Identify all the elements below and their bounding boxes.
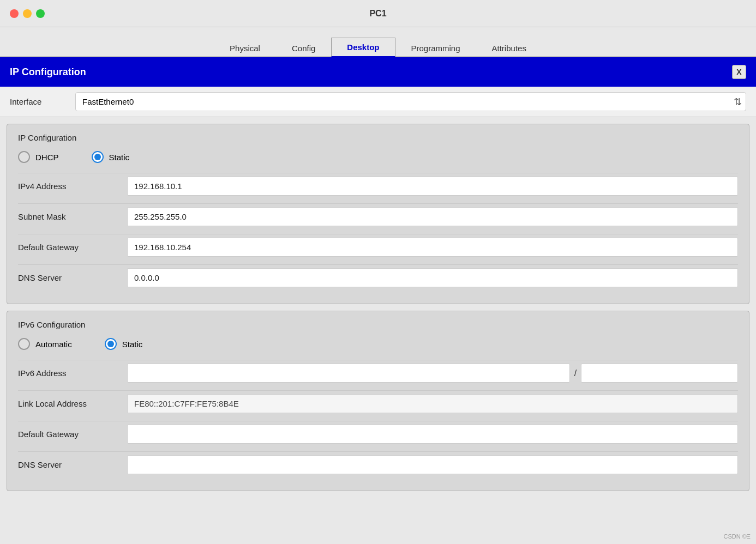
default-gateway-row: Default Gateway [18, 234, 738, 260]
ipv6-dns-server-row: DNS Server [18, 451, 738, 477]
ipv6-addr-row: / [127, 364, 738, 383]
static-radio[interactable] [92, 151, 104, 163]
interface-select[interactable]: FastEthernet0 [75, 92, 746, 111]
tab-bar: Physical Config Desktop Programming Attr… [0, 27, 756, 57]
slash-separator: / [574, 368, 577, 378]
main-content: IP Configuration X Interface FastEtherne… [0, 57, 756, 544]
ipv6-default-gateway-label: Default Gateway [18, 430, 127, 439]
close-button[interactable] [10, 9, 19, 18]
ipv6-prefix-input[interactable] [581, 364, 738, 383]
ipv4-section-title: IP Configuration [18, 133, 738, 142]
dns-server-label: DNS Server [18, 273, 127, 282]
dhcp-radio[interactable] [18, 151, 30, 163]
window-title: PC1 [369, 9, 386, 19]
default-gateway-label: Default Gateway [18, 243, 127, 252]
ipv4-address-row: IPv4 Address [18, 173, 738, 199]
dhcp-option[interactable]: DHCP [18, 151, 59, 163]
ipv4-config-section: IP Configuration DHCP Static IPv4 Addres… [7, 124, 749, 304]
ipv6-dns-server-label: DNS Server [18, 460, 127, 469]
ipv4-address-label: IPv4 Address [18, 182, 127, 191]
ipv6-automatic-option[interactable]: Automatic [18, 338, 72, 350]
tab-desktop[interactable]: Desktop [331, 38, 395, 57]
ipv6-address-row: IPv6 Address / [18, 360, 738, 386]
static-option[interactable]: Static [92, 151, 130, 163]
tab-programming[interactable]: Programming [395, 39, 476, 57]
ipv4-radio-row: DHCP Static [18, 151, 738, 163]
ipv6-dns-server-input[interactable] [127, 455, 738, 474]
ipv6-automatic-radio[interactable] [18, 338, 30, 350]
interface-label: Interface [10, 97, 64, 106]
ip-config-header: IP Configuration X [0, 57, 756, 87]
ipv6-default-gateway-input[interactable] [127, 425, 738, 444]
title-bar: PC1 [0, 0, 756, 27]
minimize-button[interactable] [23, 9, 32, 18]
subnet-mask-label: Subnet Mask [18, 212, 127, 221]
ipv6-address-label: IPv6 Address [18, 368, 127, 378]
tab-physical[interactable]: Physical [214, 39, 276, 57]
ipv6-automatic-label: Automatic [35, 340, 72, 349]
window-controls [10, 9, 45, 18]
ipv6-config-section: IPv6 Configuration Automatic Static IPv6… [7, 311, 749, 491]
ipv6-section-title: IPv6 Configuration [18, 320, 738, 329]
ipv4-address-input[interactable] [127, 177, 738, 196]
interface-row: Interface FastEthernet0 ⇅ [0, 87, 756, 117]
tab-attributes[interactable]: Attributes [476, 39, 542, 57]
ipv6-address-input[interactable] [127, 364, 570, 383]
default-gateway-input[interactable] [127, 238, 738, 257]
link-local-address-label: Link Local Address [18, 399, 127, 408]
link-local-address-input[interactable] [127, 394, 738, 413]
ipv6-static-option[interactable]: Static [105, 338, 143, 350]
ipv6-radio-row: Automatic Static [18, 338, 738, 350]
tab-config[interactable]: Config [276, 39, 331, 57]
subnet-mask-input[interactable] [127, 207, 738, 226]
ipv6-static-radio[interactable] [105, 338, 117, 350]
link-local-address-row: Link Local Address [18, 390, 738, 416]
ip-config-title: IP Configuration [10, 67, 86, 78]
dhcp-label: DHCP [35, 153, 59, 162]
subnet-mask-row: Subnet Mask [18, 203, 738, 229]
watermark: CSDN ©Ξ [724, 533, 751, 540]
ipv6-default-gateway-row: Default Gateway [18, 421, 738, 447]
maximize-button[interactable] [36, 9, 45, 18]
close-x-button[interactable]: X [732, 65, 746, 79]
ipv6-static-label: Static [122, 340, 143, 349]
dns-server-input[interactable] [127, 268, 738, 287]
static-label: Static [109, 153, 130, 162]
dns-server-row: DNS Server [18, 264, 738, 291]
interface-select-wrapper: FastEthernet0 ⇅ [75, 92, 746, 111]
